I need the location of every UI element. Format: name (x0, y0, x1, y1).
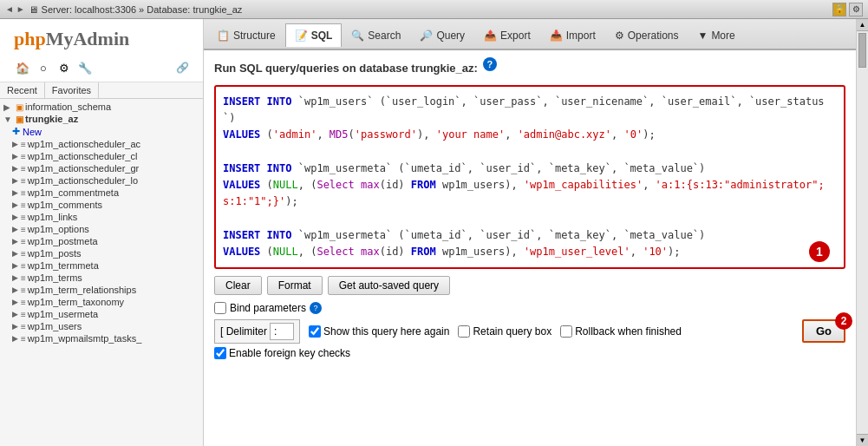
scroll-track (857, 31, 868, 434)
scroll-thumb[interactable] (858, 33, 866, 68)
tree-item-wp1m-actionscheduler-ac[interactable]: ▶ ≡ wp1m_actionscheduler_ac (0, 138, 203, 150)
table-label: wp1m_postmeta (28, 236, 98, 246)
settings-icon[interactable]: ⚙ (849, 3, 863, 16)
rollback-label[interactable]: Rollback when finished (560, 325, 682, 338)
retain-query-label[interactable]: Retain query box (458, 325, 551, 338)
sql-editor-container: INSERT INTO `wp1m_users` (`user_login`, … (214, 85, 845, 269)
bind-params-row: Bind parameters ? (214, 302, 845, 314)
table-label: wp1m_usermeta (28, 309, 98, 319)
sql-content[interactable]: INSERT INTO `wp1m_users` (`user_login`, … (223, 94, 837, 260)
foreign-key-label[interactable]: Enable foreign key checks (214, 347, 350, 359)
tree-item-wp1m-wpmailsmtp[interactable]: ▶ ≡ wp1m_wpmailsmtp_tasks_ (0, 332, 203, 344)
table-label: wp1m_users (28, 321, 82, 331)
tree-item-wp1m-actionscheduler-lo[interactable]: ▶ ≡ wp1m_actionscheduler_lo (0, 174, 203, 187)
toggle-icon: ▶ (12, 310, 21, 318)
tree-item-wp1m-terms[interactable]: ▶ ≡ wp1m_terms (0, 272, 203, 284)
help-icon: ? (487, 59, 493, 69)
tree-item-wp1m-options[interactable]: ▶ ≡ wp1m_options (0, 223, 203, 235)
delimiter-input[interactable] (270, 323, 294, 340)
table-label: wp1m_options (28, 224, 89, 234)
tab-search[interactable]: 🔍 Search (342, 23, 410, 47)
top-bar: ◄ ► 🖥 Server: localhost:3306 » Database:… (0, 0, 868, 19)
table-icon: ≡ (21, 322, 26, 331)
help-button[interactable]: ? (483, 57, 497, 71)
toggle-icon: ▶ (12, 213, 21, 221)
tools-icon[interactable]: 🔧 (76, 59, 94, 76)
more-arrow-icon: ▼ (697, 30, 708, 42)
tree-item-new[interactable]: ✚ New (0, 125, 203, 138)
bind-params-checkbox[interactable] (214, 302, 226, 314)
tab-query[interactable]: 🔎 Query (410, 23, 474, 47)
tree-item-wp1m-postmeta[interactable]: ▶ ≡ wp1m_postmeta (0, 235, 203, 247)
table-icon: ≡ (21, 285, 26, 295)
tree-item-wp1m-term-taxonomy[interactable]: ▶ ≡ wp1m_term_taxonomy (0, 296, 203, 308)
foreign-key-checkbox[interactable] (214, 347, 226, 359)
bind-help-icon[interactable]: ? (310, 302, 322, 314)
toggle-icon: ▶ (12, 249, 21, 258)
tab-recent[interactable]: Recent (0, 82, 45, 98)
table-label: wp1m_actionscheduler_lo (28, 175, 138, 186)
show-query-label[interactable]: Show this query here again (309, 325, 449, 338)
table-icon: ≡ (21, 188, 26, 198)
tree-item-wp1m-comments[interactable]: ▶ ≡ wp1m_comments (0, 199, 203, 211)
tree-item-wp1m-term-relationships[interactable]: ▶ ≡ wp1m_term_relationships (0, 284, 203, 296)
tree-item-wp1m-commentmeta[interactable]: ▶ ≡ wp1m_commentmeta (0, 187, 203, 199)
scroll-arrow-up[interactable]: ▲ (857, 19, 868, 31)
get-autosaved-button[interactable]: Get auto-saved query (328, 276, 450, 295)
tree-item-wp1m-actionscheduler-gr[interactable]: ▶ ≡ wp1m_actionscheduler_gr (0, 162, 203, 174)
toggle-icon: ▶ (12, 200, 21, 209)
tree-item-information-schema[interactable]: ▶ ▣ information_schema (0, 101, 203, 113)
table-label: wp1m_links (28, 212, 77, 222)
tree-item-wp1m-actionscheduler-cl[interactable]: ▶ ≡ wp1m_actionscheduler_cl (0, 150, 203, 162)
table-icon: ≡ (21, 200, 26, 210)
tree-item-wp1m-users[interactable]: ▶ ≡ wp1m_users (0, 320, 203, 332)
button-row: Clear Format Get auto-saved query (214, 276, 845, 295)
footer-row: [ Delimiter Show this query here again R… (214, 319, 845, 344)
table-label: wp1m_term_taxonomy (28, 297, 124, 307)
toggle-icon: ▶ (12, 152, 21, 161)
tree-item-wp1m-usermeta[interactable]: ▶ ≡ wp1m_usermeta (0, 308, 203, 320)
toggle-icon: ▶ (12, 285, 21, 294)
toggle-icon: ▶ (12, 237, 21, 246)
table-icon: ≡ (21, 334, 26, 344)
toggle-icon: ▶ (12, 176, 21, 185)
tree-item-trungkie-az[interactable]: ▼ ▣ trungkie_az (0, 113, 203, 125)
table-label: wp1m_actionscheduler_ac (28, 139, 140, 149)
tab-more[interactable]: ▼ More (688, 23, 744, 47)
table-icon: ≡ (21, 140, 26, 149)
retain-query-checkbox[interactable] (458, 325, 470, 338)
refresh-icon[interactable]: ○ (35, 59, 52, 76)
scroll-arrow-down[interactable]: ▼ (857, 434, 868, 446)
tree-label: trungkie_az (25, 114, 78, 124)
clear-button[interactable]: Clear (214, 276, 262, 295)
toggle-icon: ▶ (12, 225, 21, 233)
format-button[interactable]: Format (267, 276, 323, 295)
foreign-key-text: Enable foreign key checks (229, 347, 350, 359)
table-icon: ≡ (21, 237, 26, 246)
top-bar-nav-left[interactable]: ◄ ► (5, 4, 25, 14)
toggle-icon: ▶ (12, 261, 21, 270)
scrollbar-right[interactable]: ▲ ▼ (856, 19, 868, 446)
rollback-checkbox[interactable] (560, 325, 572, 338)
toggle-icon: ▶ (12, 164, 21, 173)
tree-item-wp1m-links[interactable]: ▶ ≡ wp1m_links (0, 211, 203, 223)
toggle-icon: ▶ (12, 140, 21, 148)
table-label: wp1m_termmeta (28, 260, 99, 271)
tab-label: Search (368, 30, 401, 42)
show-query-checkbox[interactable] (309, 325, 321, 338)
tab-import[interactable]: 📥 Import (540, 23, 605, 47)
table-label: wp1m_posts (28, 248, 82, 259)
tab-export[interactable]: 📤 Export (474, 23, 540, 47)
tab-sql[interactable]: 📝 SQL (285, 23, 343, 47)
tab-favorites[interactable]: Favorites (45, 82, 99, 98)
sql-editor[interactable]: INSERT INTO `wp1m_users` (`user_login`, … (214, 85, 845, 269)
rollback-text: Rollback when finished (575, 325, 682, 338)
tab-operations[interactable]: ⚙ Operations (605, 23, 689, 47)
settings-icon-sidebar[interactable]: ⚙ (55, 59, 73, 76)
tab-structure[interactable]: 📋 Structure (207, 23, 285, 47)
tab-label: Operations (628, 30, 679, 42)
home-icon[interactable]: 🏠 (14, 59, 31, 76)
tree-item-wp1m-termmeta[interactable]: ▶ ≡ wp1m_termmeta (0, 259, 203, 272)
toggle-icon: ▶ (12, 298, 21, 306)
tree-item-wp1m-posts[interactable]: ▶ ≡ wp1m_posts (0, 247, 203, 259)
